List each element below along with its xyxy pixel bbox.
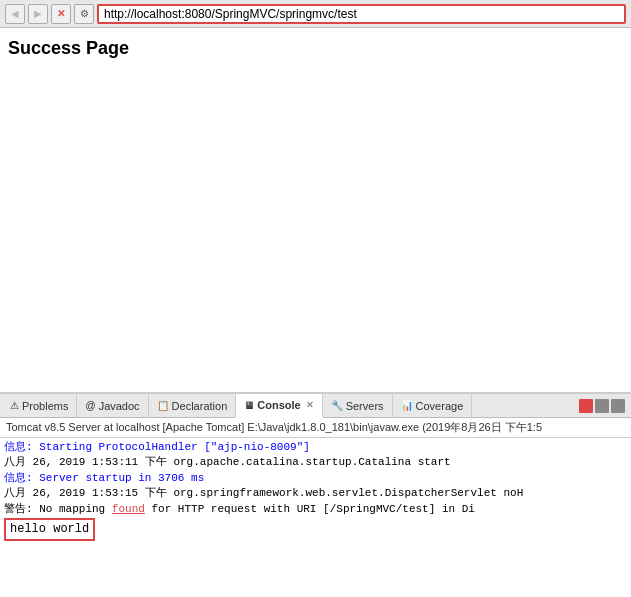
tab-javadoc[interactable]: @ Javadoc <box>77 394 148 418</box>
log-line-3: 信息: Server startup in 3706 ms <box>4 471 627 486</box>
tab-coverage[interactable]: 📊 Coverage <box>393 394 473 418</box>
found-text: found <box>112 503 145 515</box>
menu-button[interactable]: ⚙ <box>74 4 94 24</box>
console-header: Tomcat v8.5 Server at localhost [Apache … <box>0 418 631 438</box>
declaration-icon: 📋 <box>157 400 169 411</box>
stop-console-button[interactable] <box>579 399 593 413</box>
tab-bar: ⚠ Problems @ Javadoc 📋 Declaration 🖥 Con… <box>0 394 631 418</box>
scroll-lock-button[interactable] <box>611 399 625 413</box>
coverage-icon: 📊 <box>401 400 413 411</box>
hello-world-line: hello world <box>4 517 627 541</box>
browser-toolbar: ◀ ▶ ✕ ⚙ <box>0 0 631 28</box>
page-title: Success Page <box>8 38 623 59</box>
console-close-icon[interactable]: ✕ <box>306 400 314 410</box>
forward-button[interactable]: ▶ <box>28 4 48 24</box>
back-button[interactable]: ◀ <box>5 4 25 24</box>
browser-content: Success Page <box>0 28 631 393</box>
ide-panel: ⚠ Problems @ Javadoc 📋 Declaration 🖥 Con… <box>0 393 631 597</box>
console-body: 信息: Starting ProtocolHandler ["ajp-nio-8… <box>0 438 631 597</box>
javadoc-icon: @ <box>85 400 95 411</box>
problems-icon: ⚠ <box>10 400 19 411</box>
log-line-1: 信息: Starting ProtocolHandler ["ajp-nio-8… <box>4 440 627 455</box>
tab-servers[interactable]: 🔧 Servers <box>323 394 393 418</box>
tab-problems[interactable]: ⚠ Problems <box>2 394 77 418</box>
servers-icon: 🔧 <box>331 400 343 411</box>
clear-console-button[interactable] <box>595 399 609 413</box>
tab-console[interactable]: 🖥 Console ✕ <box>236 394 322 418</box>
hello-world-box: hello world <box>4 518 95 541</box>
log-line-5: 警告: No mapping found for HTTP request wi… <box>4 502 627 517</box>
log-line-4: 八月 26, 2019 1:53:15 下午 org.springframewo… <box>4 486 627 501</box>
url-bar[interactable] <box>97 4 626 24</box>
console-icon: 🖥 <box>244 400 254 411</box>
tab-actions <box>579 399 629 413</box>
log-line-2: 八月 26, 2019 1:53:11 下午 org.apache.catali… <box>4 455 627 470</box>
stop-button[interactable]: ✕ <box>51 4 71 24</box>
tab-declaration[interactable]: 📋 Declaration <box>149 394 237 418</box>
